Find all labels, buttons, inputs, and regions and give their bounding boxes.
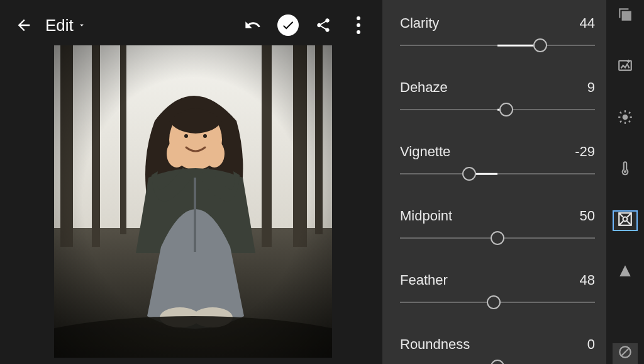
slider-track[interactable] xyxy=(400,38,595,53)
slider-label: Vignette xyxy=(400,144,450,160)
slider-thumb[interactable] xyxy=(533,38,547,52)
disabled-circle-icon xyxy=(617,344,633,363)
slider-value: 0 xyxy=(587,336,595,353)
rail-effects[interactable] xyxy=(613,56,638,77)
slider-label: Dehaze xyxy=(400,79,448,96)
slider-head: Roundness0 xyxy=(400,336,595,353)
slider-midpoint: Midpoint50 xyxy=(400,208,595,246)
rail-geometry[interactable] xyxy=(613,261,638,282)
fx-image-icon xyxy=(617,57,633,76)
back-button[interactable] xyxy=(10,11,38,39)
svg-point-29 xyxy=(623,217,628,222)
slider-thumb[interactable] xyxy=(487,295,501,309)
rail-disabled-effects[interactable] xyxy=(613,343,638,364)
rail-stack[interactable] xyxy=(613,5,638,26)
slider-thumb[interactable] xyxy=(499,103,513,117)
svg-rect-16 xyxy=(54,45,332,358)
slider-value: -29 xyxy=(575,144,595,160)
geometry-icon xyxy=(617,263,633,282)
slider-value: 44 xyxy=(580,15,595,31)
slider-thumb[interactable] xyxy=(462,167,476,181)
undo-icon xyxy=(244,16,262,34)
mode-title[interactable]: Edit xyxy=(45,16,86,35)
chevron-down-icon xyxy=(77,21,86,30)
slider-head: Dehaze9 xyxy=(400,79,595,96)
light-icon xyxy=(617,109,633,128)
stack-icon xyxy=(617,6,633,25)
svg-line-25 xyxy=(620,120,621,122)
slider-value: 9 xyxy=(587,79,595,96)
svg-point-18 xyxy=(623,114,628,120)
slider-feather: Feather48 xyxy=(400,272,595,310)
confirm-button[interactable] xyxy=(274,11,302,39)
slider-value: 48 xyxy=(580,272,595,288)
check-circle-icon xyxy=(277,14,299,36)
slider-thumb[interactable] xyxy=(491,231,504,245)
tool-rail xyxy=(606,0,644,364)
svg-rect-17 xyxy=(619,61,631,71)
svg-line-31 xyxy=(621,348,630,356)
slider-head: Feather48 xyxy=(400,272,595,288)
mode-title-text: Edit xyxy=(45,16,74,35)
share-icon xyxy=(315,17,331,33)
rail-temp[interactable] xyxy=(613,159,638,179)
slider-track[interactable] xyxy=(400,166,595,181)
slider-thumb[interactable] xyxy=(491,360,504,364)
slider-label: Midpoint xyxy=(400,208,452,224)
svg-line-24 xyxy=(629,120,630,122)
effects-panel: Clarity44Dehaze9Vignette-29Midpoint50Fea… xyxy=(382,0,606,364)
editor-left: Edit xyxy=(0,0,382,364)
slider-roundness: Roundness0 xyxy=(400,336,595,364)
slider-label: Feather xyxy=(400,272,448,288)
svg-line-23 xyxy=(620,111,621,113)
slider-value: 50 xyxy=(580,208,595,224)
rail-light[interactable] xyxy=(613,108,638,128)
slider-track[interactable] xyxy=(400,230,595,246)
slider-head: Vignette-29 xyxy=(400,144,595,160)
slider-track[interactable] xyxy=(400,295,595,310)
svg-line-26 xyxy=(629,111,630,113)
thermometer-icon xyxy=(617,160,633,179)
more-button[interactable] xyxy=(345,11,372,39)
detail-icon xyxy=(617,211,633,230)
more-vert-icon xyxy=(357,16,360,34)
slider-label: Roundness xyxy=(400,336,470,353)
slider-clarity: Clarity44 xyxy=(400,15,595,53)
top-bar: Edit xyxy=(0,0,382,50)
share-button[interactable] xyxy=(309,11,337,39)
slider-vignette: Vignette-29 xyxy=(400,144,595,181)
slider-head: Clarity44 xyxy=(400,15,595,31)
slider-label: Clarity xyxy=(400,15,439,31)
slider-track[interactable] xyxy=(400,359,595,364)
slider-head: Midpoint50 xyxy=(400,208,595,224)
undo-button[interactable] xyxy=(239,11,267,39)
image-preview[interactable] xyxy=(54,45,332,358)
rail-detail[interactable] xyxy=(613,210,638,231)
slider-dehaze: Dehaze9 xyxy=(400,79,595,117)
slider-track[interactable] xyxy=(400,102,595,117)
svg-point-27 xyxy=(624,170,626,173)
